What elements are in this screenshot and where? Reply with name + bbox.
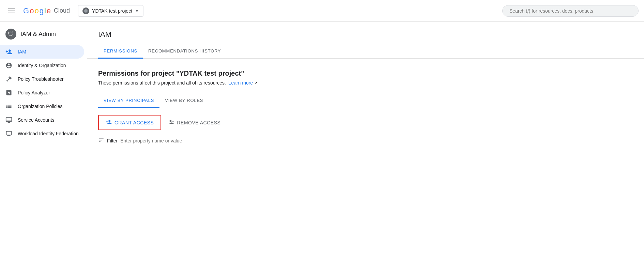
- sub-tab-by-roles[interactable]: VIEW BY ROLES: [159, 94, 209, 108]
- person-remove-icon: [168, 119, 174, 126]
- remove-access-label: REMOVE ACCESS: [177, 120, 220, 125]
- search-input[interactable]: [502, 5, 639, 17]
- monitor-icon: [5, 130, 12, 137]
- computer-icon: [5, 117, 12, 123]
- main-tabs: PERMISSIONS RECOMMENDATIONS HISTORY: [87, 44, 644, 59]
- sidebar-item-workload-identity[interactable]: Workload Identity Federation: [0, 127, 84, 140]
- person-add-icon: [5, 48, 12, 55]
- list-icon: [5, 103, 12, 110]
- tab-permissions[interactable]: PERMISSIONS: [98, 44, 143, 59]
- sidebar-item-identity-label: Identity & Organization: [18, 63, 66, 68]
- grant-access-button[interactable]: GRANT ACCESS: [98, 115, 161, 130]
- sidebar-item-identity-org[interactable]: Identity & Organization: [0, 59, 84, 72]
- grant-access-label: GRANT ACCESS: [114, 120, 154, 125]
- filter-label: Filter: [107, 138, 118, 143]
- page-title: IAM: [98, 30, 633, 39]
- sidebar-item-service-accounts[interactable]: Service Accounts: [0, 113, 84, 127]
- google-logo: Google Cloud: [23, 6, 70, 15]
- permissions-section: Permissions for project "YDTAK test proj…: [87, 59, 644, 144]
- filter-icon: [98, 137, 104, 144]
- project-icon: [82, 7, 89, 14]
- sidebar-header: 🛡 IAM & Admin: [0, 25, 87, 45]
- sidebar-item-troubleshooter-label: Policy Troubleshooter: [18, 76, 64, 82]
- wrench-icon: [5, 76, 12, 82]
- account-circle-icon: [5, 62, 12, 69]
- sidebar: 🛡 IAM & Admin IAM Identity & Organizatio…: [0, 22, 87, 259]
- sidebar-item-org-policies[interactable]: Organization Policies: [0, 100, 84, 113]
- sidebar-item-iam-label: IAM: [18, 49, 26, 55]
- sidebar-item-iam[interactable]: IAM: [0, 45, 84, 59]
- sidebar-item-policy-analyzer[interactable]: Policy Analyzer: [0, 86, 84, 100]
- main-header: IAM: [87, 22, 644, 39]
- permissions-title: Permissions for project "YDTAK test proj…: [98, 70, 633, 77]
- tab-recommendations[interactable]: RECOMMENDATIONS HISTORY: [143, 44, 226, 59]
- sidebar-item-policy-troubleshooter[interactable]: Policy Troubleshooter: [0, 72, 84, 86]
- hamburger-menu[interactable]: [5, 6, 18, 16]
- sidebar-title: IAM & Admin: [20, 31, 56, 38]
- sub-tab-by-principals[interactable]: VIEW BY PRINCIPALS: [98, 94, 159, 108]
- main-content: IAM PERMISSIONS RECOMMENDATIONS HISTORY …: [87, 22, 644, 259]
- person-add-icon: [106, 119, 112, 126]
- topbar: Google Cloud YDTAK test project ▼: [0, 0, 644, 22]
- filter-row: Filter: [98, 137, 633, 144]
- document-search-icon: [5, 89, 12, 96]
- sidebar-item-service-accounts-label: Service Accounts: [18, 117, 54, 123]
- layout: 🛡 IAM & Admin IAM Identity & Organizatio…: [0, 22, 644, 259]
- permissions-description: These permissions affect this project an…: [98, 80, 633, 86]
- filter-input[interactable]: [120, 138, 633, 143]
- external-link-icon: ↗: [254, 81, 258, 86]
- action-buttons: GRANT ACCESS REMOVE ACCESS: [98, 115, 633, 130]
- sub-tabs: VIEW BY PRINCIPALS VIEW BY ROLES: [98, 94, 633, 108]
- project-name: YDTAK test project: [92, 8, 132, 14]
- sidebar-item-analyzer-label: Policy Analyzer: [18, 90, 50, 95]
- remove-access-button[interactable]: REMOVE ACCESS: [161, 116, 227, 130]
- sidebar-item-org-policies-label: Organization Policies: [18, 104, 63, 109]
- sidebar-item-workload-label: Workload Identity Federation: [18, 131, 79, 136]
- chevron-down-icon: ▼: [135, 9, 139, 13]
- shield-icon: 🛡: [5, 29, 16, 40]
- learn-more-link[interactable]: Learn more: [229, 80, 253, 86]
- project-selector[interactable]: YDTAK test project ▼: [78, 5, 143, 17]
